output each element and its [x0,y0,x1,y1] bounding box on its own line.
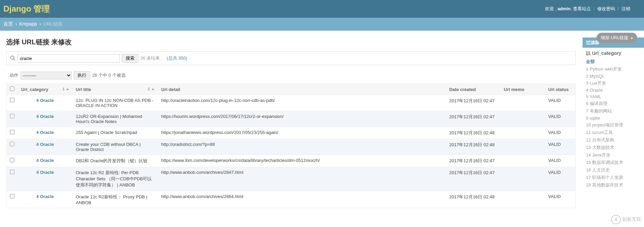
category-link[interactable]: 4 Oracle [36,142,54,147]
row-checkbox[interactable] [10,158,14,162]
category-link[interactable]: 4 Oracle [36,98,54,103]
breadcrumb: 首页 › Kmpapp › URL链接 [0,18,644,31]
sort-priority-2: 2 [148,87,154,91]
filter-item[interactable]: 16 人文历史 [586,166,641,174]
breadcrumb-app[interactable]: Kmpapp [19,21,37,27]
filter-item[interactable]: 10 project项目管理 [586,121,641,129]
results-table: Url_category1 Url title2 Url detail Date… [6,84,576,208]
filter-item[interactable]: 2 MySQL [586,73,641,79]
breadcrumb-home[interactable]: 首页 [3,21,13,27]
row-checkbox[interactable] [10,194,14,198]
selection-count: 26 个中 0 个被选 [92,72,126,78]
filter-item[interactable]: 8 sqlite [586,115,641,121]
row-checkbox[interactable] [10,114,14,118]
row-date: 2017年12月16日 02:47 [446,111,501,127]
search-input[interactable] [17,54,120,63]
row-date: 2017年12月16日 02:48 [446,191,501,208]
row-date: 2017年12月16日 02:47 [446,167,501,191]
row-status: VALID [545,95,576,111]
filter-item[interactable]: 11 scrum工具 [586,129,641,136]
filter-item[interactable]: 1 Python web开发 [586,65,641,73]
filter-link[interactable]: 18 其他数据库技术 [586,182,623,187]
category-link[interactable]: 4 Oracle [36,114,54,119]
actions-go-button[interactable]: 执行 [74,71,90,79]
filter-item[interactable]: 17 职场和个人发展 [586,174,641,181]
col-title[interactable]: Url title2 [72,84,158,95]
filter-link[interactable]: 15 数据库调试技术 [586,160,623,165]
filter-item[interactable]: 3 Lua开发 [586,79,641,87]
table-row: 4 OracleCreate your CDB without DBCA | O… [6,139,576,155]
row-category: 4 Oracle [18,191,72,208]
filter-link[interactable]: 6 编译原理 [586,101,607,106]
filter-all[interactable]: 全部 [586,58,641,65]
filter-item[interactable]: 7 有趣的网站 [586,107,641,115]
welcome-text: 欢迎 , [545,6,556,11]
filter-link[interactable]: 11 scrum工具 [586,130,613,135]
filter-item[interactable]: 18 其他数据库技术 [586,181,641,189]
filter-link[interactable]: 1 Python web开发 [586,66,622,72]
filter-link[interactable]: 7 有趣的网站 [586,108,612,114]
logout-link[interactable]: 注销 [621,6,630,11]
filter-item[interactable]: 4 Oracle [586,87,641,93]
add-url-button[interactable]: 增加 URL链接 + [597,33,637,43]
row-memo [501,167,545,191]
filter-link[interactable]: 17 职场和个人发展 [586,175,623,180]
row-detail: http://www.anbob.com/archives/2847.html [158,167,446,191]
row-checkbox[interactable] [10,98,14,102]
svg-line-1 [14,59,15,60]
row-checkbox[interactable] [10,142,14,146]
category-link[interactable]: 4 Oracle [36,170,54,175]
category-link[interactable]: 4 Oracle [36,194,54,199]
col-status[interactable]: Url status [545,84,576,95]
search-icon [10,55,15,62]
category-link[interactable]: 4 Oracle [36,158,54,163]
row-detail: http://oradistrict.com/?p=89 [158,139,446,155]
row-category: 4 Oracle [18,127,72,139]
filter-by-label: 以 Url_category [583,48,644,58]
row-detail: http://oracleinaction.com/12c-plug-in-12… [158,95,446,111]
filter-item[interactable]: 12 分布式架构 [586,136,641,144]
table-row: 4 OracleOracle 12c R2新特性： Proxy PDB | AN… [6,191,576,208]
filter-item[interactable]: 14 Java开发 [586,151,641,159]
category-link[interactable]: 4 Oracle [36,130,54,135]
breadcrumb-current: URL链接 [43,21,62,27]
filter-link[interactable]: 2 MySQL [586,74,604,79]
filter-item[interactable]: 6 编译原理 [586,100,641,107]
col-memo[interactable]: Url memo [501,84,545,95]
search-button[interactable]: 搜索 [122,54,138,63]
show-all-link[interactable]: (总共 350) [167,56,187,61]
filter-link[interactable]: 12 分布式架构 [586,137,614,142]
row-select-cell [6,127,18,139]
row-checkbox[interactable] [10,170,14,174]
filter-link[interactable]: 4 Oracle [586,88,603,93]
row-title: 255 Again! | Oracle Scratchpad [72,127,158,139]
select-all-checkbox[interactable] [10,87,14,91]
filter-link[interactable]: 10 project项目管理 [586,122,623,127]
filter-link[interactable]: 3 Lua开发 [586,80,606,86]
view-site-link[interactable]: 查看站点 [573,6,591,11]
filter-link[interactable]: 8 sqlite [586,116,600,121]
filter-item[interactable]: 5 YAML [586,93,641,100]
row-detail: http://www.anbob.com/archives/2864.html [158,191,446,208]
filter-link[interactable]: 5 YAML [586,94,601,99]
username: admin [558,6,571,11]
filter-link[interactable]: 16 人文历史 [586,167,610,172]
col-date[interactable]: Date created [446,84,501,95]
filter-link[interactable]: 13 大数据技术 [586,145,614,150]
filter-link[interactable]: 14 Java开发 [586,152,611,157]
row-checkbox[interactable] [10,130,14,134]
row-select-cell [6,111,18,127]
select-all-header [6,84,18,95]
row-status: VALID [545,155,576,167]
row-category: 4 Oracle [18,167,72,191]
table-row: 4 Oracle255 Again! | Oracle Scratchpadht… [6,127,576,139]
actions-select[interactable]: --------- [20,72,72,79]
row-detail: https://hourim.wordpress.com/2017/06/17/… [158,111,446,127]
filter-item[interactable]: 15 数据库调试技术 [586,159,641,166]
filter-item[interactable]: 13 大数据技术 [586,144,641,151]
sort-priority-1: 1 [62,87,69,91]
col-category[interactable]: Url_category1 [18,84,72,95]
col-detail[interactable]: Url detail [158,84,446,95]
row-memo [501,127,545,139]
change-password-link[interactable]: 修改密码 [597,6,615,11]
